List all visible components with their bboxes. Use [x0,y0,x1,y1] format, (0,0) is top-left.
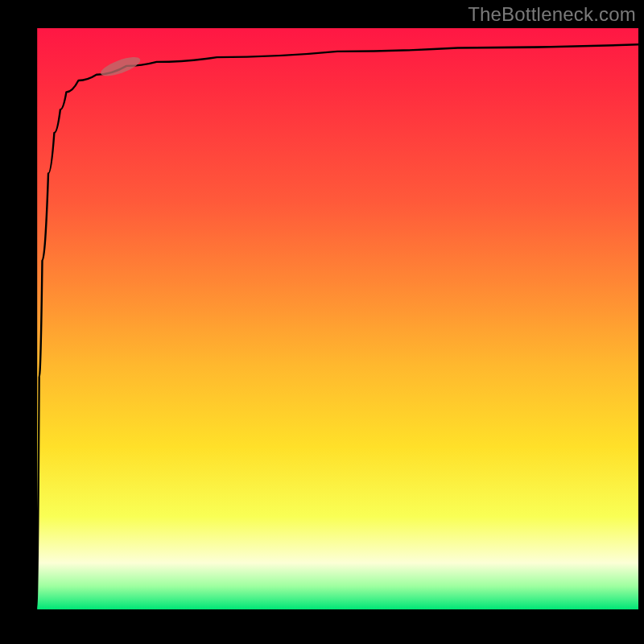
curve-layer [36,28,638,609]
watermark-text: TheBottleneck.com [468,3,636,26]
curve-path [36,28,638,609]
curve-marker [99,53,142,80]
chart-root: TheBottleneck.com [0,0,644,644]
plot-area [36,28,638,609]
marker-ellipse [99,53,142,80]
